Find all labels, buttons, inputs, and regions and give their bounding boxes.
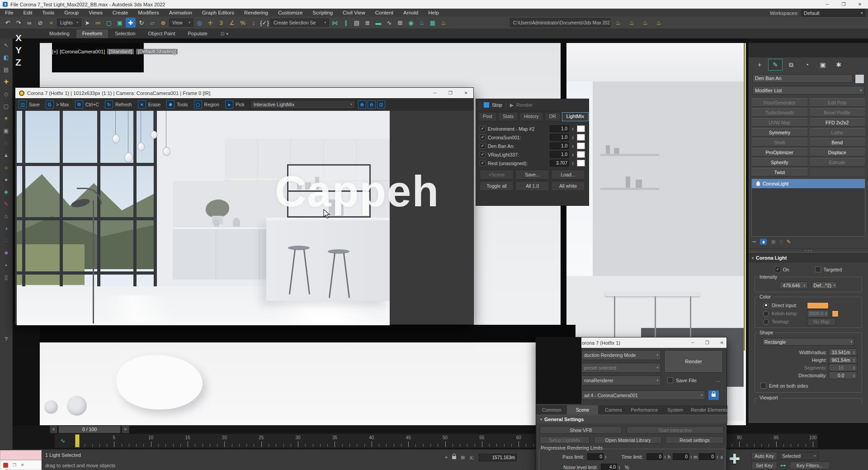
- viewport-menu-general[interactable]: [+]: [52, 49, 58, 54]
- show-vfb-button[interactable]: Show VFB: [540, 426, 622, 434]
- menu-item[interactable]: Edit: [19, 9, 38, 17]
- checkbox-checked-icon[interactable]: ✓: [480, 134, 486, 140]
- spinner-icon[interactable]: [618, 465, 621, 469]
- select-object-icon[interactable]: ➤: [82, 18, 92, 28]
- time-limit-h-field[interactable]: 0: [646, 453, 667, 460]
- mirror-icon[interactable]: ⋈: [330, 18, 340, 28]
- spinner-icon[interactable]: [803, 284, 807, 287]
- vfb-zoom-fit-icon[interactable]: ⊡: [377, 100, 385, 109]
- select-and-link-icon[interactable]: ∞: [24, 18, 34, 28]
- texmap-button[interactable]: No Map: [807, 318, 836, 326]
- vfb-panel-tab[interactable]: Stats: [498, 112, 518, 121]
- modifier-button[interactable]: Lathe: [809, 128, 866, 137]
- help-icon[interactable]: ?: [2, 334, 11, 344]
- selection-brackets-icon[interactable]: ⌖: [445, 455, 448, 461]
- percent-snap-icon[interactable]: %: [238, 18, 248, 28]
- render-preset-a-icon[interactable]: ♨: [613, 18, 623, 28]
- menu-item[interactable]: Help: [423, 9, 444, 17]
- cylinder-icon[interactable]: ▯: [2, 272, 11, 282]
- lightmix-value-input[interactable]: 3.707: [550, 160, 569, 166]
- purple-box-icon[interactable]: ■: [2, 248, 11, 258]
- align-icon[interactable]: ∥: [341, 18, 351, 28]
- geometry-icon[interactable]: ◇: [2, 89, 11, 99]
- pass-limit-field[interactable]: 0: [587, 453, 608, 460]
- modifier-list-dropdown[interactable]: Modifier List▾: [752, 86, 864, 95]
- render-setup-icon[interactable]: ♨: [417, 18, 427, 28]
- segments-field[interactable]: 16: [829, 364, 857, 371]
- schematic-view-icon[interactable]: ⊞: [395, 18, 405, 28]
- vfb-refresh-button[interactable]: ↻ Refresh: [105, 100, 135, 109]
- noise-limit-field[interactable]: 4.0: [601, 464, 621, 470]
- vfb-pick-button[interactable]: ➤ Pick: [225, 100, 248, 109]
- window-crossing-icon[interactable]: ▣: [115, 18, 125, 28]
- material-editor-icon[interactable]: ◉: [406, 18, 416, 28]
- spinner-icon[interactable]: [571, 153, 575, 157]
- ribbon-tab[interactable]: Object Paint: [142, 29, 181, 38]
- box-icon[interactable]: ▢: [2, 101, 11, 111]
- lightmix-value-input[interactable]: 1.0: [550, 151, 569, 158]
- lightmix-button[interactable]: All 1.0: [515, 181, 549, 191]
- ribbon-tab[interactable]: Freeform: [76, 29, 108, 38]
- vfb-zoom-out-icon[interactable]: ⊖: [368, 100, 376, 109]
- spinner-icon[interactable]: [852, 351, 856, 354]
- open-material-library-button[interactable]: Open Material Library: [594, 436, 662, 444]
- modifier-button[interactable]: Bevel Profile: [809, 108, 866, 117]
- menu-item[interactable]: Group: [59, 9, 84, 17]
- vfb-region-button[interactable]: ▢ Region: [194, 100, 222, 109]
- setup-lightmix-button[interactable]: Setup LightMix: [540, 436, 590, 444]
- spinner-icon[interactable]: [571, 161, 575, 165]
- menu-item[interactable]: Create: [108, 9, 133, 17]
- move-gizmo-icon[interactable]: ✚: [2, 77, 11, 87]
- bind-to-space-warp-icon[interactable]: ≈: [46, 18, 56, 28]
- select-and-scale-icon[interactable]: ▱: [147, 18, 157, 28]
- workspace-dropdown[interactable]: Default▾: [801, 9, 865, 17]
- corona-light-rollout[interactable]: ▾ Corona Light: [749, 253, 868, 262]
- use-pivot-point-icon[interactable]: ◎: [194, 18, 204, 28]
- directionality-field[interactable]: 0.0: [829, 371, 857, 379]
- menu-item[interactable]: Graph Editors: [197, 9, 239, 17]
- maximize-icon[interactable]: ❐: [448, 90, 453, 95]
- paint-icon[interactable]: ✎: [2, 199, 11, 209]
- checkbox-checked-icon[interactable]: ✓: [480, 152, 486, 157]
- menu-item[interactable]: Civil View: [338, 9, 370, 17]
- configure-modifier-sets-icon[interactable]: ✎: [787, 239, 791, 245]
- next-frame-button[interactable]: >: [122, 426, 129, 433]
- render-production-icon[interactable]: ♨: [439, 18, 448, 28]
- spinner-icon[interactable]: [852, 358, 856, 362]
- vfb-copy-button[interactable]: ⧉ Ctrl+C: [75, 100, 102, 109]
- color-swatch[interactable]: [577, 151, 585, 158]
- modifier-button[interactable]: Bend: [809, 138, 866, 147]
- vfb-panel-tab[interactable]: History: [519, 112, 543, 121]
- stop-button[interactable]: Stop: [484, 102, 502, 108]
- close-icon[interactable]: ✕: [464, 90, 468, 95]
- render-iterative-icon[interactable]: ♨: [640, 18, 650, 28]
- sphere-icon[interactable]: ●: [2, 175, 11, 185]
- intensity-field[interactable]: 479.646: [779, 281, 808, 289]
- lightmix-button[interactable]: All white: [551, 181, 585, 191]
- radio-unselected-icon[interactable]: [763, 319, 769, 325]
- lights-icon[interactable]: ☀: [2, 114, 11, 123]
- dialog-render-button[interactable]: Render: [664, 350, 723, 373]
- checkbox-checked-icon[interactable]: ✓: [480, 126, 486, 132]
- view-to-render-dropdown[interactable]: ad 4 - CoronaCamera001▾: [581, 390, 705, 400]
- checkbox-unchecked-icon[interactable]: [667, 377, 673, 383]
- close-icon[interactable]: ✕: [21, 463, 24, 467]
- stack-item-coronalight[interactable]: CoronaLight: [752, 179, 865, 188]
- rectangular-selection-region-icon[interactable]: ▢: [104, 18, 114, 28]
- spinner-icon[interactable]: [604, 455, 608, 459]
- time-limit-s-field[interactable]: 0: [699, 453, 719, 460]
- dialog-tab[interactable]: System: [660, 405, 691, 414]
- maximize-icon[interactable]: ❐: [835, 0, 852, 9]
- menu-item[interactable]: Content: [370, 9, 398, 17]
- spinner-icon[interactable]: [852, 374, 856, 377]
- intensity-units-dropdown[interactable]: Def...^2)▾: [811, 281, 838, 289]
- dialog-tab[interactable]: Scene: [567, 405, 598, 414]
- lightmix-button[interactable]: Toggle all: [480, 181, 514, 191]
- ribbon-tab[interactable]: Modeling: [43, 29, 75, 38]
- kelvin-color-swatch[interactable]: [832, 310, 839, 317]
- scene-explorer-icon[interactable]: ▤: [352, 18, 362, 28]
- key-mode-icon[interactable]: ⊶: [780, 462, 786, 469]
- object-color-swatch[interactable]: [855, 74, 864, 84]
- vfb-tools-button[interactable]: ✱ Tools: [166, 100, 191, 109]
- modifier-button[interactable]: Edit Poly: [809, 98, 866, 107]
